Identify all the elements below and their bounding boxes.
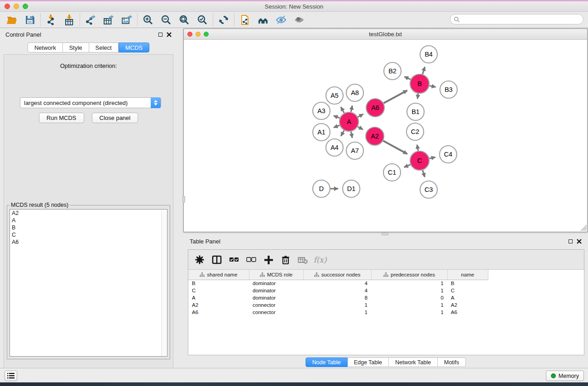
edge-B-B4[interactable]: [423, 67, 425, 74]
table-cell[interactable]: A2: [447, 301, 488, 309]
edge-C-C3[interactable]: [423, 170, 425, 177]
edge-C-C1[interactable]: [404, 165, 411, 167]
table-cell[interactable]: A6: [447, 309, 488, 316]
edge-B-B1[interactable]: [417, 94, 418, 99]
table-cell[interactable]: 0: [371, 294, 447, 301]
table-cell[interactable]: A: [447, 294, 488, 301]
table-cell[interactable]: dominator: [249, 287, 303, 294]
hide-selected-button[interactable]: [272, 13, 290, 27]
resize-grip-icon[interactable]: [581, 225, 587, 231]
zoom-in-button[interactable]: [139, 13, 157, 27]
table-row[interactable]: A6connector11A6: [188, 309, 488, 316]
result-item[interactable]: C: [10, 231, 167, 238]
tab-edge-table[interactable]: Edge Table: [348, 357, 389, 367]
edge-A-A6[interactable]: [358, 114, 363, 117]
first-neighbors-button[interactable]: [254, 13, 272, 27]
node-B2[interactable]: B2: [384, 62, 401, 80]
node-B1[interactable]: B1: [407, 103, 424, 120]
network-canvas[interactable]: B4 B2 B B3 B1 A6 A5 A8 A3 A A1 A2 C2 A4 …: [184, 40, 587, 231]
delete-button[interactable]: [278, 253, 293, 267]
apply-layout-button[interactable]: [215, 13, 233, 27]
import-network-button[interactable]: [42, 13, 60, 27]
close-table-panel-icon[interactable]: [577, 239, 582, 244]
tab-node-table[interactable]: Node Table: [306, 357, 348, 367]
node-table[interactable]: shared name MCDS role successor nodes pr…: [188, 270, 488, 316]
node-A2[interactable]: A2: [366, 127, 384, 145]
node-A3[interactable]: A3: [313, 102, 330, 119]
show-hidden-button[interactable]: [290, 13, 308, 27]
save-session-button[interactable]: [21, 13, 39, 27]
memory-button[interactable]: Memory: [546, 371, 584, 381]
node-D1[interactable]: D1: [343, 180, 360, 197]
table-cell[interactable]: connector: [249, 301, 303, 309]
export-network-button[interactable]: [81, 13, 100, 27]
table-row[interactable]: A2connector11A2: [188, 301, 488, 309]
column-header-name[interactable]: name: [447, 270, 488, 280]
zoom-out-button[interactable]: [157, 13, 175, 27]
tab-network[interactable]: Network: [28, 43, 63, 52]
tab-motifs[interactable]: Motifs: [438, 357, 466, 367]
node-A[interactable]: A: [339, 112, 359, 131]
edge-A2-C[interactable]: [383, 141, 407, 154]
table-cell[interactable]: dominator: [249, 280, 303, 287]
zoom-fit-button[interactable]: [175, 13, 193, 27]
table-cell[interactable]: 1: [371, 280, 447, 287]
criterion-select[interactable]: largest connected component (directed): [20, 97, 161, 108]
result-item[interactable]: A2: [10, 210, 167, 217]
table-settings-button[interactable]: [192, 253, 207, 267]
table-cell[interactable]: 1: [303, 301, 371, 309]
table-cell[interactable]: B: [447, 280, 488, 287]
node-C3[interactable]: C3: [420, 181, 437, 198]
close-panel-icon[interactable]: [167, 32, 172, 37]
select-all-button[interactable]: [226, 253, 242, 267]
float-table-panel-icon[interactable]: [569, 239, 573, 243]
table-cell[interactable]: 1: [371, 309, 447, 316]
task-history-button[interactable]: [5, 371, 17, 381]
table-cell[interactable]: connector: [249, 309, 303, 316]
close-panel-button[interactable]: Close panel: [92, 113, 139, 123]
export-table-button[interactable]: [100, 13, 118, 27]
split-handle-vertical[interactable]: [182, 196, 185, 203]
edge-A-A4[interactable]: [341, 130, 344, 136]
tab-style[interactable]: Style: [63, 43, 89, 52]
show-columns-button[interactable]: [209, 253, 225, 267]
edge-A-A1[interactable]: [334, 125, 339, 128]
column-header-MCDS-role[interactable]: MCDS role: [249, 270, 303, 280]
result-item[interactable]: A6: [10, 238, 167, 246]
node-B[interactable]: B: [410, 74, 429, 93]
table-cell[interactable]: 1: [371, 301, 447, 309]
result-item[interactable]: A: [10, 217, 167, 224]
open-file-button[interactable]: [3, 13, 21, 27]
node-C1[interactable]: C1: [383, 164, 401, 181]
table-row[interactable]: Cdominator41C: [188, 287, 488, 294]
node-A6[interactable]: A6: [366, 99, 384, 117]
node-C[interactable]: C: [410, 151, 429, 170]
node-C2[interactable]: C2: [406, 123, 424, 140]
edge-A-A8[interactable]: [351, 105, 352, 112]
table-cell[interactable]: A6: [188, 309, 249, 316]
edge-B-B2[interactable]: [404, 76, 411, 79]
tab-network-table[interactable]: Network Table: [389, 357, 438, 367]
zoom-selected-button[interactable]: [193, 13, 211, 27]
run-mcds-button[interactable]: Run MCDS: [39, 113, 84, 123]
table-row[interactable]: Bdominator41B: [188, 280, 488, 287]
table-cell[interactable]: A2: [188, 301, 249, 309]
tab-mcds[interactable]: MCDS: [119, 43, 149, 52]
edge-A-A2[interactable]: [358, 127, 363, 130]
table-cell[interactable]: 8: [303, 294, 371, 301]
node-B4[interactable]: B4: [420, 46, 437, 63]
node-A5[interactable]: A5: [326, 87, 343, 104]
node-D[interactable]: D: [313, 180, 330, 197]
add-button[interactable]: [261, 253, 276, 267]
table-cell[interactable]: C: [447, 287, 488, 294]
import-table-button[interactable]: [60, 13, 78, 27]
edge-A-A7[interactable]: [351, 132, 352, 138]
node-C4[interactable]: C4: [440, 146, 457, 163]
edge-A6-B[interactable]: [384, 91, 407, 103]
column-header-predecessor-nodes[interactable]: predecessor nodes: [371, 270, 447, 280]
column-header-successor-nodes[interactable]: successor nodes: [303, 270, 371, 280]
tab-select[interactable]: Select: [89, 43, 119, 52]
result-scrollbar[interactable]: [161, 210, 167, 356]
mcds-result-list[interactable]: A2ABCA6: [10, 209, 167, 357]
table-cell[interactable]: 1: [371, 287, 447, 294]
